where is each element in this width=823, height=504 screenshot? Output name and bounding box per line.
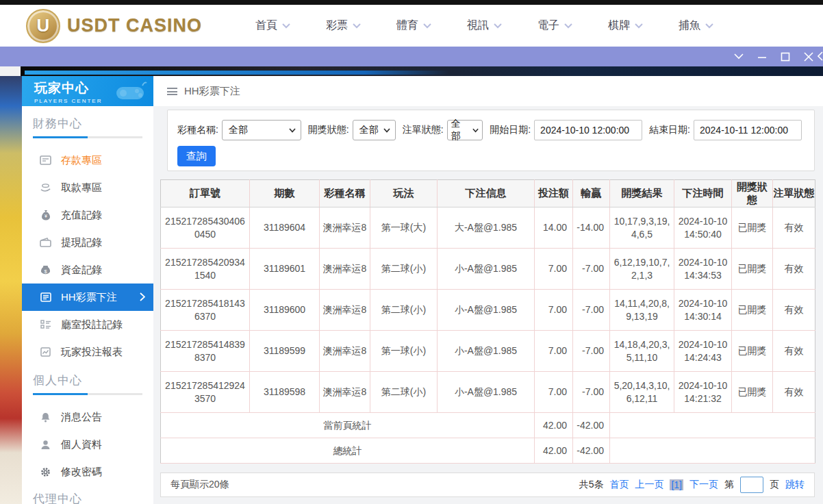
- jump-go-link[interactable]: 跳转: [785, 479, 805, 491]
- table-header-row: 訂單號 期數 彩種名稱 玩法 下注信息 投注額 輸贏 開獎結果 下注時間 開獎狀…: [161, 180, 815, 207]
- bet-time: 2024-10-10 14:50:40: [674, 207, 732, 249]
- chevron-down-icon: [494, 23, 502, 29]
- sidebar-item-announcements[interactable]: 消息公告: [22, 403, 153, 431]
- sidebar-item-deposit[interactable]: 存款專區: [22, 147, 153, 174]
- order-status-select[interactable]: 全部: [447, 120, 483, 140]
- sidebar-item-hall-bet-record[interactable]: 廳室投註記錄: [22, 311, 153, 338]
- draw-status: 已開獎: [732, 207, 773, 249]
- next-page-link[interactable]: 下一页: [689, 479, 718, 491]
- order-number: 2152172854148398370: [161, 331, 250, 372]
- section-personal-center: 個人中心: [22, 366, 153, 395]
- sidebar-item-withdrawal-record[interactable]: 提現記錄: [22, 229, 153, 256]
- col-bet-amount: 投注額: [535, 180, 573, 207]
- win-loss: -7.00: [573, 290, 610, 331]
- start-date-label: 開始日期:: [490, 124, 531, 136]
- nav-item-chess[interactable]: 棋牌: [608, 18, 643, 33]
- play-type: 第一球(小): [370, 331, 438, 372]
- col-lottery-name: 彩種名稱: [320, 180, 370, 207]
- coin-logo-icon: U: [26, 9, 60, 43]
- query-button[interactable]: 查詢: [177, 146, 216, 166]
- sidebar-item-profile[interactable]: 個人資料: [22, 431, 153, 458]
- draw-status: 已開獎: [732, 331, 773, 372]
- grand-summary-label: 總統計: [161, 438, 535, 464]
- bets-table-wrap: 訂單號 期數 彩種名稱 玩法 下注信息 投注額 輸贏 開獎結果 下注時間 開獎狀…: [160, 179, 815, 464]
- end-date-input[interactable]: [694, 120, 802, 140]
- lottery-name: 澳洲幸运8: [320, 207, 370, 249]
- sidebar-item-label: 玩家投注報表: [61, 346, 123, 359]
- chevron-right-icon: [140, 292, 145, 303]
- order-status: 有效: [773, 249, 815, 290]
- nav-item-fishing[interactable]: 捕魚: [679, 18, 713, 33]
- nav-item-lottery[interactable]: 彩票: [326, 18, 361, 33]
- sidebar-item-label: 取款專區: [61, 181, 102, 194]
- order-number: 2152172854181436370: [161, 290, 250, 331]
- nav-item-label: 電子: [537, 18, 559, 33]
- grand-summary-empty: [610, 438, 815, 464]
- nav-item-sports[interactable]: 體育: [396, 18, 431, 33]
- page-title: HH彩票下注: [184, 85, 240, 98]
- jump-page-input[interactable]: [740, 477, 763, 493]
- section-agent-center: 代理中心: [22, 486, 153, 504]
- chevron-down-icon[interactable]: [734, 52, 744, 62]
- table-row: 215217285418143637031189600澳洲幸运8第二球(小)小-…: [161, 290, 815, 331]
- col-period: 期數: [250, 180, 320, 207]
- sidebar-item-player-bet-report[interactable]: 玩家投注報表: [22, 338, 153, 366]
- nav-item-home[interactable]: 首頁: [255, 18, 290, 33]
- sidebar-item-label: 存款專區: [61, 154, 102, 167]
- minimize-icon[interactable]: [757, 52, 767, 62]
- start-date-input[interactable]: [534, 120, 642, 140]
- sidebar-item-funds-record[interactable]: $ 資金記錄: [22, 256, 153, 284]
- lottery-name-label: 彩種名稱:: [177, 124, 218, 136]
- top-navbar: U USDT CASINO 首頁 彩票 體育 視訊 電子: [0, 5, 823, 47]
- nav-item-electronic[interactable]: 電子: [537, 18, 572, 33]
- grand-summary-row: 總統計 42.00 -42.00: [161, 438, 815, 464]
- order-status: 有效: [773, 331, 815, 372]
- draw-result: 6,12,19,10,7,2,1,3: [610, 249, 674, 290]
- maximize-icon[interactable]: [781, 52, 790, 62]
- sidebar-item-label: 資金記錄: [61, 264, 102, 277]
- hamburger-icon[interactable]: [167, 88, 177, 95]
- bet-info: 小-A盤@1.985: [438, 249, 535, 290]
- prev-page-link[interactable]: 上一页: [635, 479, 663, 491]
- chevron-down-icon: [383, 128, 390, 133]
- period: 31189600: [250, 290, 320, 331]
- breadcrumb: HH彩票下注: [153, 76, 823, 106]
- background-page-strip: [0, 76, 22, 504]
- bet-amount: 14.00: [535, 207, 573, 249]
- window-controls: [734, 47, 813, 66]
- period: 31189604: [250, 207, 320, 249]
- lottery-name-select[interactable]: 全部: [222, 120, 301, 140]
- page-size-text: 每頁顯示20條: [170, 479, 229, 491]
- bet-time: 2024-10-10 14:30:14: [674, 290, 732, 331]
- clipped-edge-icon: [818, 51, 823, 62]
- sidebar-item-withdraw[interactable]: 取款專區: [22, 174, 153, 201]
- sidebar-item-label: 提現記錄: [61, 236, 102, 249]
- order-status: 有效: [773, 207, 815, 249]
- section-title: 財務中心: [33, 116, 142, 131]
- draw-status-select[interactable]: 全部: [353, 120, 396, 140]
- pager: 共5条 首页 上一页 [1] 下一页 第 页 跳转: [579, 477, 805, 493]
- sidebar-item-label: 修改密碼: [61, 466, 102, 479]
- sidebar-item-label: 個人資料: [61, 438, 102, 451]
- close-icon[interactable]: [804, 52, 813, 62]
- site-logo[interactable]: U USDT CASINO: [26, 9, 202, 43]
- draw-status: 已開獎: [732, 249, 773, 290]
- coin-purse-icon: $: [40, 264, 51, 276]
- sidebar-item-hh-lottery-bets[interactable]: HH彩票下注: [22, 284, 153, 311]
- bet-info: 小-A盤@1.985: [438, 331, 535, 372]
- sidebar-item-change-password[interactable]: 修改密碼: [22, 458, 153, 486]
- page-summary-empty: [610, 413, 815, 438]
- table-row: 215217285412924357031189598澳洲幸运8第二球(小)小-…: [161, 372, 815, 413]
- sidebar-header: 玩家中心 PLAYERS CENTER: [22, 76, 153, 106]
- bet-amount: 7.00: [535, 331, 573, 372]
- col-draw-result: 開獎結果: [610, 180, 674, 207]
- draw-result: 10,17,9,3,19,4,6,5: [610, 207, 674, 249]
- chevron-down-icon: [289, 128, 296, 133]
- pagination-bar: 每頁顯示20條 共5条 首页 上一页 [1] 下一页 第 页 跳转: [160, 473, 815, 497]
- nav-item-video[interactable]: 視訊: [467, 18, 502, 33]
- sidebar-item-recharge-record[interactable]: ¥ 充值記錄: [22, 201, 153, 229]
- user-icon: [40, 439, 51, 451]
- section-underline: [33, 393, 142, 395]
- first-page-link[interactable]: 首页: [609, 479, 629, 491]
- chevron-down-icon: [282, 23, 290, 29]
